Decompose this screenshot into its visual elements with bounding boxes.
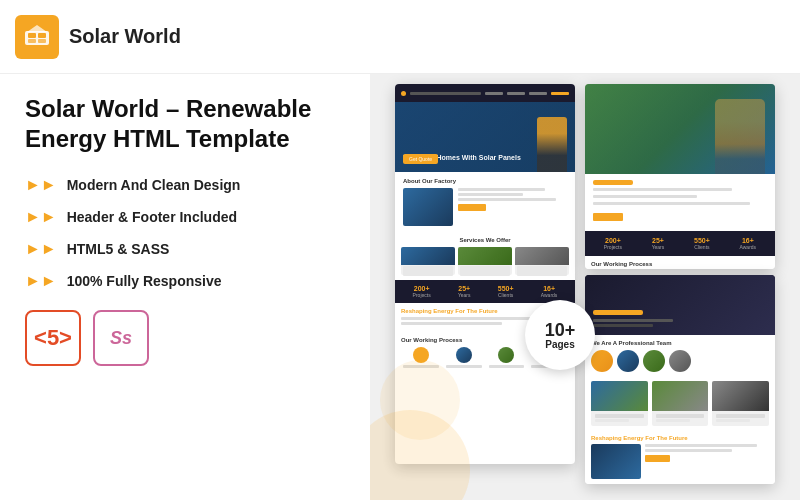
svg-rect-2 <box>38 33 46 38</box>
stat-item: 16+ Awards <box>541 285 558 298</box>
mini-services-title: Services We Offer <box>401 237 569 243</box>
card-text-2 <box>716 419 750 422</box>
team-avatar <box>643 350 665 372</box>
stat-number: 16+ <box>541 285 558 292</box>
main-content: Solar World – Renewable Energy HTML Temp… <box>0 74 800 500</box>
bottom-card <box>591 381 648 426</box>
arrow-icon: ►► <box>25 240 57 258</box>
stat-item: 25+ Years <box>652 237 665 250</box>
side-preview-col: 200+ Projects 25+ Years 550+ Clients 16+… <box>585 84 775 484</box>
html5-badge: <5> <box>25 310 81 366</box>
mini-services: Services We Offer <box>395 232 575 280</box>
stat-number: 550+ <box>498 285 514 292</box>
stat-label: Clients <box>498 292 514 298</box>
stat-number: 550+ <box>694 237 710 244</box>
feature-item: ►► Modern And Clean Design <box>25 176 345 194</box>
side-bottom-preview: We Are A Professional Team <box>585 275 775 484</box>
stat-label: Projects <box>413 292 431 298</box>
card-text <box>656 414 705 418</box>
stat-label: Years <box>652 244 665 250</box>
stat-item: 25+ Years <box>458 285 471 298</box>
stat-item: 200+ Projects <box>413 285 431 298</box>
team-avatar <box>591 350 613 372</box>
reshaping-label: Reshaping Energy For The Future <box>591 435 769 441</box>
about-section <box>585 174 775 231</box>
card-image <box>591 381 648 411</box>
team-avatar <box>669 350 691 372</box>
service-card <box>515 247 569 275</box>
pages-label: Pages <box>545 339 574 350</box>
feature-label: Modern And Clean Design <box>67 177 241 193</box>
stat-number: 25+ <box>458 285 471 292</box>
side-top-preview: 200+ Projects 25+ Years 550+ Clients 16+… <box>585 84 775 269</box>
about-text <box>593 188 767 207</box>
working-icon <box>456 347 472 363</box>
working-icon <box>498 347 514 363</box>
sass-badge: Ss <box>93 310 149 366</box>
svg-rect-1 <box>28 33 36 38</box>
team-avatar <box>617 350 639 372</box>
card-text <box>716 414 765 418</box>
bottom-card <box>652 381 709 426</box>
logo-icon <box>15 15 59 59</box>
service-card <box>458 247 512 275</box>
team-section: We Are A Professional Team <box>585 335 775 377</box>
mini-hero: Powering Homes With Solar Panels Get Quo… <box>395 102 575 172</box>
side-stats: 200+ Projects 25+ Years 550+ Clients 16+… <box>585 231 775 256</box>
left-panel: Solar World – Renewable Energy HTML Temp… <box>0 74 370 500</box>
mini-nav <box>395 84 575 102</box>
feature-label: 100% Fully Responsive <box>67 273 222 289</box>
mini-about-title: About Our Factory <box>403 178 567 184</box>
html5-symbol: <5> <box>34 325 72 351</box>
team-row <box>591 350 769 372</box>
feature-label: HTML5 & SASS <box>67 241 170 257</box>
logo: Solar World <box>15 15 181 59</box>
preview-panel: 10+ Pages Powering Homes W <box>370 74 800 500</box>
feature-item: ►► HTML5 & SASS <box>25 240 345 258</box>
card-image <box>712 381 769 411</box>
features-list: ►► Modern And Clean Design ►► Header & F… <box>25 176 345 290</box>
stat-label: Projects <box>604 244 622 250</box>
about-dark-section <box>585 275 775 335</box>
svg-rect-4 <box>38 39 46 43</box>
stat-item: 550+ Clients <box>694 237 710 250</box>
stat-item: 200+ Projects <box>604 237 622 250</box>
side-hero-image <box>585 84 775 174</box>
stat-item: 16+ Awards <box>740 237 757 250</box>
bottom-cards-row <box>585 377 775 430</box>
card-text-2 <box>656 419 690 422</box>
card-text <box>595 414 644 418</box>
working-item <box>487 347 527 369</box>
side-working: Our Working Process <box>585 256 775 269</box>
pages-count: 10+ <box>545 321 576 339</box>
side-working-title: Our Working Process <box>591 261 769 267</box>
stat-number: 25+ <box>652 237 665 244</box>
feature-label: Header & Footer Included <box>67 209 237 225</box>
logo-text: Solar World <box>69 25 181 48</box>
stat-label: Years <box>458 292 471 298</box>
about-dark-accent <box>593 310 643 315</box>
about-dark-content <box>593 310 673 327</box>
header: Solar World <box>0 0 800 74</box>
svg-marker-5 <box>27 25 47 32</box>
pages-badge: 10+ Pages <box>525 300 595 370</box>
stat-label: Awards <box>541 292 558 298</box>
card-text-2 <box>595 419 629 422</box>
mini-worker-figure <box>537 117 567 172</box>
team-title: We Are A Professional Team <box>591 340 769 346</box>
reshaping-bottom: Reshaping Energy For The Future <box>585 430 775 484</box>
arrow-icon: ►► <box>25 272 57 290</box>
stat-number: 16+ <box>740 237 757 244</box>
mini-stats: 200+ Projects 25+ Years 550+ Clients 16+… <box>395 280 575 303</box>
sass-symbol: Ss <box>110 328 132 349</box>
working-item <box>444 347 484 369</box>
mini-about-section: About Our Factory <box>395 172 575 232</box>
mini-cta-button: Get Quote <box>403 154 438 164</box>
deco-circle-2 <box>380 360 460 440</box>
stat-number: 200+ <box>604 237 622 244</box>
svg-rect-3 <box>28 39 36 43</box>
about-accent <box>593 180 633 185</box>
stat-item: 550+ Clients <box>498 285 514 298</box>
working-text <box>446 365 482 368</box>
bottom-card <box>712 381 769 426</box>
